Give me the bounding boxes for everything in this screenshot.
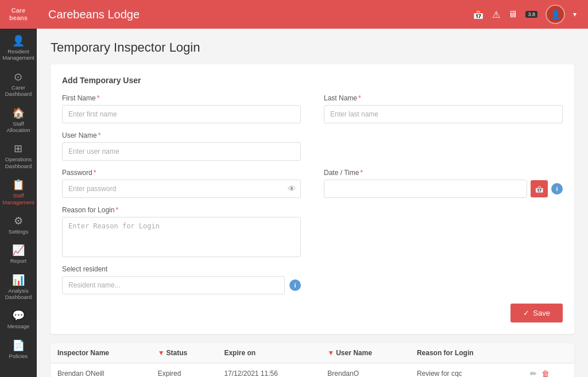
resident-info-icon[interactable]: i	[289, 279, 301, 291]
resident-wrapper: i	[62, 276, 301, 294]
sidebar: Care beans 👤ResidentManagement⊙CarerDash…	[0, 0, 37, 377]
cell-actions: ✏ 🗑	[523, 363, 574, 377]
resident-management-label: ResidentManagement	[2, 48, 34, 61]
policies-icon: 📄	[12, 339, 25, 352]
first-name-group: First Name*	[62, 94, 301, 123]
settings-label: Settings	[9, 228, 28, 235]
staff-management-label: StaffManagement	[2, 192, 34, 205]
sidebar-item-operations-dashboard[interactable]: ⊞OperationsDashboard	[0, 137, 36, 173]
reason-textarea[interactable]	[62, 217, 301, 257]
save-button[interactable]: ✓ Save	[510, 304, 563, 322]
sidebar-item-carer-dashboard[interactable]: ⊙CarerDashboard	[0, 65, 36, 101]
user-name-label: User Name*	[62, 131, 301, 139]
col-inspector-name: Inspector Name	[51, 343, 151, 363]
form-row-5: Select resident i	[62, 265, 563, 294]
table-header-row: Inspector Name ▼Status Expire on ▼User N…	[51, 343, 574, 363]
edit-icon[interactable]: ✏	[530, 369, 537, 377]
logo-beans: beans	[9, 14, 28, 21]
carer-dashboard-label: CarerDashboard	[5, 84, 32, 98]
resident-management-icon: 👤	[12, 34, 25, 47]
date-input-wrapper: 17/12/2021 13:21 - 17/12/2021 19:21 📅 i	[324, 180, 563, 198]
form-row-3: Password* 👁 Date / Time* 17/12/2021 13:2…	[62, 169, 563, 198]
report-label: Report	[10, 258, 27, 264]
main-area: Carebeans Lodge 📅 ⚠ 🖥 3.8 👤 ▾ Temporary …	[37, 0, 588, 377]
user-name-group: User Name*	[62, 131, 301, 161]
delete-icon[interactable]: 🗑	[541, 369, 550, 377]
resident-input[interactable]	[62, 276, 285, 294]
operations-dashboard-icon: ⊞	[14, 142, 22, 155]
form-row-4: Reason for Login*	[62, 206, 563, 257]
reason-label: Reason for Login*	[62, 206, 301, 214]
staff-allocation-label: StaffAllocation	[6, 121, 30, 134]
cell-reason: Review for cqc	[410, 363, 523, 377]
user-avatar[interactable]: 👤	[546, 5, 565, 24]
form-card-title: Add Temporary User	[62, 76, 563, 85]
message-icon: 💬	[12, 309, 25, 322]
date-time-label: Date / Time*	[324, 169, 563, 177]
staff-allocation-icon: 🏠	[12, 107, 25, 119]
password-wrapper: 👁	[62, 180, 301, 198]
page-content: Temporary Inspector Login Add Temporary …	[37, 29, 588, 377]
first-name-input[interactable]	[62, 105, 301, 123]
report-icon: 📈	[12, 244, 25, 256]
table-header: Inspector Name ▼Status Expire on ▼User N…	[51, 343, 574, 363]
last-name-input[interactable]	[324, 105, 563, 123]
staff-management-icon: 📋	[12, 178, 25, 191]
alert-icon[interactable]: ⚠	[492, 9, 500, 20]
cell-status: Expired	[151, 363, 218, 377]
form-row-2: User Name*	[62, 131, 563, 161]
user-name-input[interactable]	[62, 142, 301, 161]
sidebar-item-analysis-dashboard[interactable]: 📊AnalysisDashboard	[0, 268, 36, 304]
settings-icon: ⚙	[14, 215, 23, 227]
cell-inspector-name: Brendan ONeill	[51, 363, 151, 377]
date-time-group: Date / Time* 17/12/2021 13:21 - 17/12/20…	[324, 169, 563, 198]
password-input[interactable]	[62, 180, 301, 198]
sidebar-item-settings[interactable]: ⚙Settings	[0, 209, 36, 238]
col-expire-on: Expire on	[217, 343, 320, 363]
save-btn-row: ✓ Save	[62, 304, 563, 322]
status-filter-icon: ▼	[158, 349, 165, 357]
date-picker-button[interactable]: 📅	[531, 180, 548, 197]
col-actions	[523, 343, 574, 363]
chevron-down-icon[interactable]: ▾	[573, 10, 577, 18]
last-name-group: Last Name*	[324, 94, 563, 123]
notif-badge: 3.8	[525, 11, 537, 18]
sidebar-item-message[interactable]: 💬Message	[0, 304, 36, 333]
reason-group: Reason for Login*	[62, 206, 301, 257]
sidebar-item-policies[interactable]: 📄Policies	[0, 333, 36, 363]
page-title: Temporary Inspector Login	[51, 40, 574, 55]
carer-dashboard-icon: ⊙	[14, 71, 22, 83]
header-title: Carebeans Lodge	[48, 8, 140, 21]
message-label: Message	[7, 323, 30, 329]
sidebar-logo: Care beans	[0, 0, 37, 29]
save-checkmark-icon: ✓	[523, 309, 529, 317]
cell-user-name: BrendanO	[320, 363, 410, 377]
sidebar-item-resident-management[interactable]: 👤ResidentManagement	[0, 29, 36, 65]
calendar-icon[interactable]: 📅	[473, 9, 484, 20]
date-info-icon[interactable]: i	[551, 183, 563, 195]
policies-label: Policies	[9, 353, 28, 359]
date-time-input[interactable]: 17/12/2021 13:21 - 17/12/2021 19:21	[324, 180, 527, 198]
inspectors-table-card: Inspector Name ▼Status Expire on ▼User N…	[51, 343, 574, 377]
eye-icon[interactable]: 👁	[288, 184, 296, 193]
sidebar-item-staff-management[interactable]: 📋StaffManagement	[0, 173, 36, 209]
username-filter-icon: ▼	[327, 349, 334, 357]
col-user-name[interactable]: ▼User Name	[320, 343, 410, 363]
first-name-label: First Name*	[62, 94, 301, 102]
operations-dashboard-label: OperationsDashboard	[5, 156, 32, 169]
logo-care: Care	[11, 7, 25, 14]
form-row-1: First Name* Last Name*	[62, 94, 563, 123]
password-group: Password* 👁	[62, 169, 301, 198]
sidebar-item-report[interactable]: 📈Report	[0, 238, 36, 267]
table-row: Brendan ONeill Expired 17/12/2021 11:56 …	[51, 363, 574, 377]
inspectors-table: Inspector Name ▼Status Expire on ▼User N…	[51, 343, 574, 377]
resident-label: Select resident	[62, 265, 301, 273]
col-status[interactable]: ▼Status	[151, 343, 218, 363]
cell-expire-on: 17/12/2021 11:56	[217, 363, 320, 377]
col-reason: Reason for Login	[410, 343, 523, 363]
header-icons: 📅 ⚠ 🖥 3.8 👤 ▾	[473, 5, 577, 24]
sidebar-item-staff-allocation[interactable]: 🏠StaffAllocation	[0, 101, 36, 137]
monitor-icon[interactable]: 🖥	[508, 9, 517, 20]
resident-group: Select resident i	[62, 265, 301, 294]
password-label: Password*	[62, 169, 301, 177]
